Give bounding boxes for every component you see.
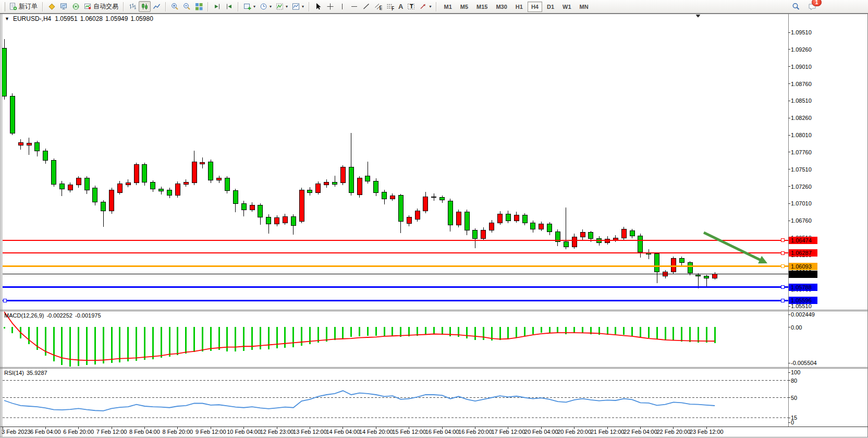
time-axis-label: 14 Feb 20:00 bbox=[359, 429, 393, 435]
timeframe-h4-button[interactable]: H4 bbox=[528, 2, 542, 12]
candle-body bbox=[134, 165, 139, 183]
candle-body bbox=[638, 236, 643, 252]
templates-dropdown-button[interactable]: ▾ bbox=[290, 1, 306, 12]
horizontal-line-tool-button[interactable] bbox=[348, 1, 360, 12]
line-chart-mode-button[interactable] bbox=[151, 1, 163, 12]
text-label-tool-button[interactable]: T bbox=[405, 1, 417, 12]
autotrading-icon bbox=[84, 3, 92, 10]
candle-body bbox=[448, 201, 453, 225]
candlestick-mode-button[interactable] bbox=[139, 1, 151, 12]
chart-header: ▼ EURUSD-,H4 1.05951 1.06028 1.05949 1.0… bbox=[5, 15, 153, 22]
candle-body bbox=[241, 203, 246, 210]
macd-pane-label: MACD(12,26,9) -0.002252 -0.001975 bbox=[4, 312, 101, 319]
indicators-dropdown-button[interactable]: ▾ bbox=[274, 1, 290, 12]
candle-body bbox=[490, 223, 494, 230]
periods-dropdown-button[interactable]: ▾ bbox=[258, 1, 274, 12]
rsi-axis-label: 0 bbox=[791, 419, 794, 425]
chart-canvas[interactable]: 1.095101.092601.090101.087601.085101.082… bbox=[0, 0, 868, 438]
new-order-button[interactable]: 新订单 bbox=[7, 1, 40, 13]
candle-body bbox=[142, 165, 147, 182]
notifications-button[interactable]: 1 bbox=[806, 1, 818, 12]
candle-body bbox=[209, 162, 213, 180]
one-click-trading-toggle[interactable]: ▼ bbox=[5, 16, 9, 21]
timeframe-w1-button[interactable]: W1 bbox=[559, 2, 575, 12]
svg-text:T: T bbox=[410, 3, 413, 9]
candle-body bbox=[184, 182, 188, 185]
macd-signal-value: -0.001975 bbox=[75, 312, 101, 319]
candle-body bbox=[258, 205, 263, 217]
price-tick-label: 1.07510 bbox=[791, 166, 812, 173]
candle-body bbox=[35, 142, 40, 151]
dropdown-caret-icon: ▾ bbox=[270, 4, 272, 9]
line-handle[interactable] bbox=[781, 239, 784, 242]
fibonacci-icon: F bbox=[386, 3, 394, 10]
crosshair-tool-button[interactable] bbox=[324, 1, 336, 12]
new-chart-icon bbox=[243, 3, 251, 10]
candle-body bbox=[283, 216, 287, 223]
text-tool-button[interactable]: A bbox=[396, 2, 405, 12]
search-button[interactable] bbox=[790, 1, 802, 12]
macd-name: MACD(12,26,9) bbox=[4, 312, 44, 319]
tile-windows-button[interactable] bbox=[193, 1, 205, 12]
price-tick-label: 1.07260 bbox=[791, 184, 812, 190]
line-handle[interactable] bbox=[781, 265, 784, 268]
time-axis-label: 15 Feb 12:00 bbox=[392, 429, 426, 435]
candle-body bbox=[704, 276, 709, 278]
zoom-out-button[interactable] bbox=[181, 1, 193, 12]
vertical-line-tool-button[interactable] bbox=[336, 1, 348, 12]
candle-body bbox=[621, 229, 626, 238]
macd-axis-label: 0.002449 bbox=[791, 311, 815, 318]
bar-chart-mode-button[interactable] bbox=[127, 1, 139, 12]
main-chart-pane[interactable] bbox=[3, 14, 788, 309]
candlestick-icon bbox=[141, 3, 149, 10]
zoom-in-button[interactable] bbox=[169, 1, 181, 12]
line-handle[interactable] bbox=[3, 299, 6, 302]
timeframe-h1-button[interactable]: H1 bbox=[512, 2, 527, 12]
line-price-label: 1.05980 bbox=[791, 271, 812, 277]
toolbar-separator bbox=[165, 2, 166, 11]
candle-body bbox=[630, 231, 634, 236]
fibonacci-tool-button[interactable]: F bbox=[384, 1, 396, 12]
line-handle[interactable] bbox=[781, 299, 784, 302]
timeframe-m1-button[interactable]: M1 bbox=[440, 2, 455, 12]
dropdown-caret-icon: ▾ bbox=[253, 4, 255, 9]
strategy-tester-button[interactable] bbox=[58, 1, 70, 12]
line-handle[interactable] bbox=[781, 286, 784, 289]
candle-body bbox=[59, 184, 64, 189]
candle-body bbox=[655, 253, 659, 272]
arrows-tool-button[interactable]: ▾ bbox=[417, 1, 433, 12]
ohlc-values: 1.05951 1.06028 1.05949 1.05980 bbox=[55, 15, 153, 22]
indicators-icon bbox=[276, 3, 284, 10]
timeframe-m5-button[interactable]: M5 bbox=[457, 2, 472, 12]
time-axis-label: 3 Feb 2023 bbox=[2, 429, 31, 435]
candle-body bbox=[324, 182, 329, 185]
new-chart-button[interactable]: ▾ bbox=[241, 1, 258, 12]
candle-body bbox=[423, 197, 428, 211]
autotrading-button[interactable]: 自动交易 bbox=[82, 1, 120, 13]
candle-body bbox=[547, 224, 552, 232]
timeframe-m15-button[interactable]: M15 bbox=[473, 2, 491, 12]
candle-body bbox=[316, 184, 321, 192]
trendline-tool-button[interactable] bbox=[360, 1, 372, 12]
candle-body bbox=[564, 242, 568, 247]
equidistant-channel-tool-button[interactable]: E bbox=[372, 1, 384, 12]
signals-button[interactable] bbox=[70, 1, 82, 12]
vertical-line-icon bbox=[338, 3, 346, 10]
time-axis-label: 14 Feb 04:00 bbox=[326, 429, 360, 435]
metaeditor-button[interactable] bbox=[46, 1, 58, 12]
candle-body bbox=[456, 212, 461, 225]
timeframe-m30-button[interactable]: M30 bbox=[492, 2, 510, 12]
cursor-tool-button[interactable] bbox=[312, 1, 324, 12]
chart-shift-button[interactable] bbox=[223, 1, 235, 12]
auto-scroll-button[interactable] bbox=[211, 1, 223, 12]
line-handle[interactable] bbox=[781, 251, 784, 254]
toolbar-drag-handle bbox=[3, 2, 5, 11]
timeframe-mn-button[interactable]: MN bbox=[576, 2, 592, 12]
candle-body bbox=[613, 238, 618, 240]
candle-body bbox=[101, 202, 106, 211]
price-tick-label: 1.08010 bbox=[791, 132, 812, 138]
timeframe-d1-button[interactable]: D1 bbox=[543, 2, 558, 12]
time-axis-label: 10 Feb 04:00 bbox=[227, 429, 261, 435]
time-axis-label: 20 Feb 20:00 bbox=[557, 429, 591, 435]
line-price-label: 1.06287 bbox=[791, 250, 812, 256]
